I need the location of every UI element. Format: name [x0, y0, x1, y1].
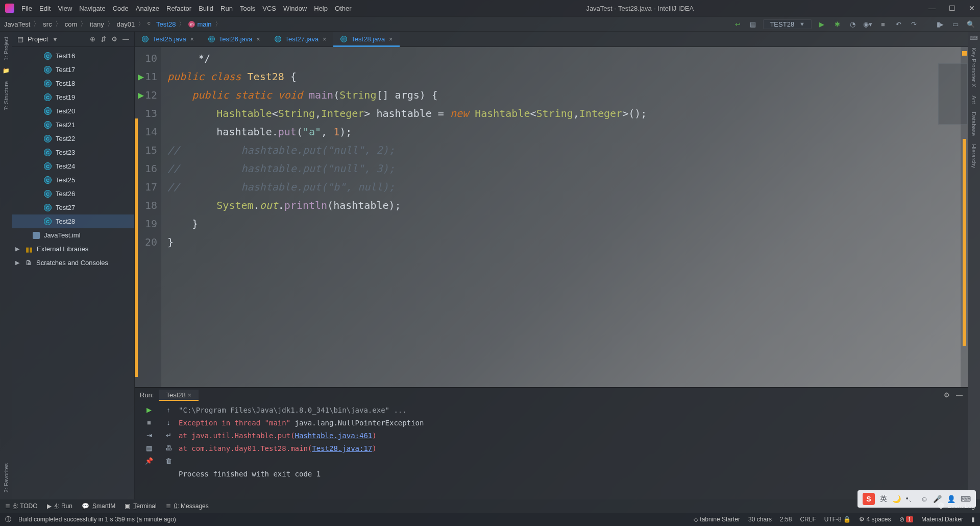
gutter-line[interactable]: 16 [137, 159, 157, 178]
gutter-line[interactable]: 10 [137, 49, 157, 67]
ime-moon-icon[interactable]: 🌙 [892, 495, 901, 503]
menu-navigate[interactable]: Navigate [79, 5, 105, 12]
code-line[interactable]: public class Test28 { [167, 67, 968, 86]
console-line[interactable]: Process finished with exit code 1 [179, 468, 963, 481]
minimap[interactable] [938, 63, 968, 125]
menu-code[interactable]: Code [113, 5, 129, 12]
stop-run-icon[interactable]: ■ [147, 419, 151, 426]
key-promoter-icon[interactable]: ⌨ [970, 35, 978, 41]
ime-toolbar[interactable]: S 英 🌙 •、 ☺ 🎤 👤 ⌨ [857, 490, 976, 508]
back-icon[interactable]: ↶ [893, 19, 903, 29]
ime-keyboard-icon[interactable]: ⌨ [961, 495, 971, 503]
tree-item[interactable]: CTest27 [12, 201, 134, 214]
bottom-tool-strip[interactable]: ≣6: TODO▶4: Run💬SmartIM▣Terminal≣0: Mess… [0, 499, 980, 513]
layout-icon[interactable]: ▭ [950, 19, 961, 29]
code-line[interactable]: } [167, 233, 968, 251]
left-tool-rail[interactable]: 1: Project 📁 7: Structure 2: Favorites [0, 32, 12, 499]
layout-icon[interactable]: ▦ [146, 444, 152, 452]
stop-icon[interactable]: ■ [878, 19, 888, 29]
code-line[interactable]: */ [167, 49, 968, 67]
breadcrumb-item[interactable]: JavaTest [4, 20, 30, 28]
tree-item[interactable]: CTest24 [12, 159, 134, 173]
gutter-line[interactable]: 19 [137, 214, 157, 233]
ime-user-icon[interactable]: 👤 [947, 495, 955, 503]
status-position[interactable]: 2:58 [780, 516, 792, 523]
run-icon[interactable]: ▶ [817, 19, 827, 29]
tree-item[interactable]: CTest19 [12, 90, 134, 104]
hide-icon[interactable]: — [122, 35, 129, 43]
console-line[interactable] [179, 455, 963, 468]
gutter[interactable]: 10▶11▶121314151617181920 [135, 47, 161, 387]
warning-mark-icon[interactable] [962, 51, 967, 56]
gutter-line[interactable]: 18 [137, 196, 157, 214]
code-line[interactable]: Hashtable<String,Integer> hashtable = ne… [167, 104, 968, 123]
close-tab-icon[interactable]: × [187, 391, 191, 399]
trash-icon[interactable]: 🗑 [165, 457, 172, 465]
gutter-line[interactable]: 20 [137, 233, 157, 251]
folder-icon[interactable]: 📁 [3, 67, 10, 74]
tool-favorites[interactable]: 2: Favorites [3, 461, 9, 494]
menu-refactor[interactable]: Refactor [166, 5, 191, 12]
editor-tab[interactable]: CTest26.java× [201, 32, 267, 46]
wrap-icon[interactable]: ↵ [166, 432, 172, 439]
code-line[interactable]: public static void main(String[] args) { [167, 86, 968, 104]
editor-tabs[interactable]: CTest25.java×CTest26.java×CTest27.java×C… [135, 32, 968, 47]
menu-file[interactable]: File [21, 5, 32, 12]
menu-view[interactable]: View [58, 5, 72, 12]
bottom-tool-button[interactable]: 💬SmartIM [82, 503, 115, 510]
breadcrumb-item[interactable]: m main [188, 20, 211, 28]
console-line[interactable]: at com.itany.day01.Test28.main(Test28.ja… [179, 442, 963, 455]
code-line[interactable]: } [167, 214, 968, 233]
tree-item[interactable]: CTest23 [12, 146, 134, 159]
breadcrumb-item[interactable]: itany [90, 20, 104, 28]
flag-icon[interactable]: ▮▸ [935, 19, 945, 29]
code-editor[interactable]: 10▶11▶121314151617181920 */public class … [135, 47, 968, 387]
status-theme[interactable]: Material Darker [921, 516, 963, 523]
tree-item[interactable]: CTest21 [12, 118, 134, 132]
project-panel-header[interactable]: ▤ Project ▼ ⊕ ⇵ ⚙ — [12, 32, 134, 47]
console-line[interactable]: "C:\Program Files\Java\jdk1.8.0_341\bin\… [179, 404, 963, 417]
gutter-line[interactable]: 13 [137, 104, 157, 123]
tool-hierarchy[interactable]: Hierarchy [971, 142, 977, 170]
status-encoding[interactable]: UTF-8 🔒 [824, 516, 851, 523]
chevron-down-icon[interactable]: ▼ [52, 36, 58, 42]
menu-edit[interactable]: Edit [39, 5, 51, 12]
forward-icon[interactable]: ↷ [909, 19, 919, 29]
console-line[interactable]: Exception in thread "main" java.lang.Nul… [179, 417, 963, 429]
run-hide-icon[interactable]: — [956, 391, 963, 399]
pin-icon[interactable]: 📌 [145, 457, 153, 465]
menu-tools[interactable]: Tools [240, 5, 255, 12]
coverage-icon[interactable]: ◔ [847, 19, 857, 29]
debug-icon[interactable]: ✱ [832, 19, 842, 29]
breadcrumb-item[interactable]: day01 [117, 20, 135, 28]
profile-icon[interactable]: ◉▾ [863, 19, 873, 29]
rerun-icon[interactable]: ▶ [146, 406, 152, 414]
minimize-icon[interactable]: — [928, 4, 936, 12]
breadcrumb[interactable]: JavaTest〉src〉com〉itany〉day01〉C Test28〉m … [4, 19, 222, 29]
close-icon[interactable]: ✕ [969, 4, 975, 12]
tree-item[interactable]: CTest26 [12, 187, 134, 201]
project-tree[interactable]: CTest16CTest17CTest18CTest19CTest20CTest… [12, 47, 134, 499]
run-config-selector[interactable]: TEST28 ▼ [763, 19, 812, 29]
main-menu[interactable]: FileEditViewNavigateCodeAnalyzeRefactorB… [21, 5, 352, 12]
status-eol[interactable]: CRLF [800, 516, 816, 523]
console-line[interactable]: at java.util.Hashtable.put(Hashtable.jav… [179, 429, 963, 442]
editor-tab[interactable]: CTest25.java× [135, 32, 201, 46]
breadcrumb-item[interactable]: C Test28 [148, 20, 176, 28]
module-icon[interactable]: ▤ [748, 19, 758, 29]
bottom-tool-button[interactable]: ≣0: Messages [166, 503, 209, 510]
breadcrumb-item[interactable]: src [43, 20, 52, 28]
tool-ant[interactable]: Ant [971, 93, 977, 106]
menu-analyze[interactable]: Analyze [136, 5, 159, 12]
status-memory-icon[interactable]: ▮ [971, 516, 975, 523]
exit-icon[interactable]: ⇥ [146, 432, 152, 439]
locate-icon[interactable]: ⊕ [90, 35, 95, 43]
tree-item[interactable]: ▶🗎Scratches and Consoles [12, 256, 134, 270]
breadcrumb-item[interactable]: com [65, 20, 78, 28]
gutter-line[interactable]: 14 [137, 123, 157, 141]
tree-item[interactable]: ▶▮▮External Libraries [12, 242, 134, 256]
menu-run[interactable]: Run [220, 5, 233, 12]
menu-other[interactable]: Other [335, 5, 352, 12]
run-tab[interactable]: Test28 × [159, 390, 199, 400]
code-content[interactable]: */public class Test28 { public static vo… [161, 47, 968, 387]
